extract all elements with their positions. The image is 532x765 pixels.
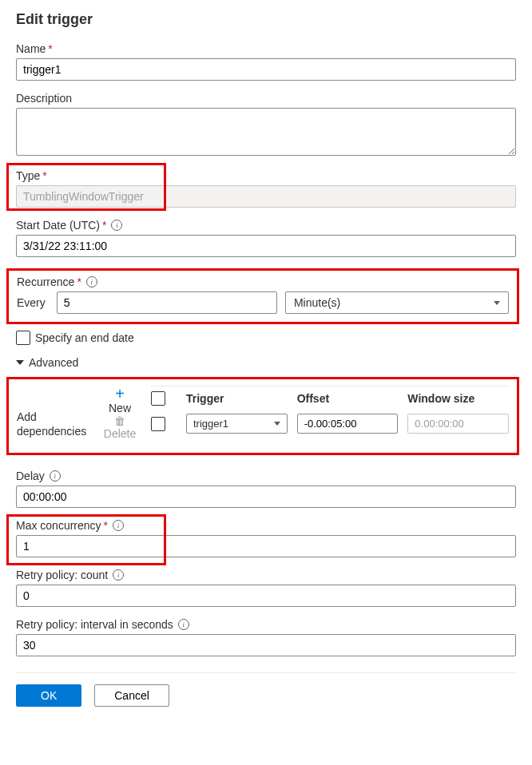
- required-asterisk: *: [104, 519, 108, 532]
- start-date-group: Start Date (UTC)* i: [16, 219, 516, 257]
- required-asterisk: *: [102, 219, 106, 232]
- type-input: TumblingWindowTrigger: [16, 185, 516, 208]
- deps-table-header: Trigger Offset Window size: [151, 391, 509, 406]
- name-label: Name*: [16, 42, 516, 55]
- page-title: Edit trigger: [16, 11, 516, 28]
- plus-icon: +: [115, 386, 125, 402]
- trash-icon: 🗑: [114, 414, 125, 427]
- delay-group: Delay i: [16, 470, 516, 508]
- info-icon[interactable]: i: [113, 520, 124, 531]
- dep-trigger-select[interactable]: trigger1: [186, 414, 288, 434]
- description-group: Description: [16, 92, 516, 158]
- required-asterisk: *: [42, 169, 46, 182]
- description-textarea[interactable]: [16, 108, 516, 156]
- specify-end-label: Specify an end date: [35, 331, 134, 344]
- start-date-label: Start Date (UTC)* i: [16, 219, 516, 232]
- info-icon[interactable]: i: [86, 276, 97, 287]
- retry-count-input[interactable]: [16, 585, 516, 607]
- recurrence-unit-select[interactable]: Minute(s): [285, 291, 509, 314]
- recurrence-label: Recurrence* i: [17, 275, 509, 288]
- info-icon[interactable]: i: [113, 569, 124, 581]
- name-input[interactable]: [16, 58, 516, 81]
- footer: OK Cancel: [16, 672, 516, 707]
- cancel-button[interactable]: Cancel: [94, 684, 169, 707]
- description-label: Description: [16, 92, 516, 105]
- every-label: Every: [17, 296, 46, 309]
- chevron-down-icon: [274, 422, 280, 426]
- table-row: trigger1 0.00:00:00: [151, 414, 509, 434]
- dep-offset-input[interactable]: [297, 414, 399, 434]
- trigger-col-header: Trigger: [186, 392, 288, 405]
- info-icon[interactable]: i: [111, 220, 122, 231]
- delay-input[interactable]: [16, 486, 516, 508]
- specify-end-checkbox[interactable]: [16, 331, 30, 345]
- dep-window-input: 0.00:00:00: [407, 414, 509, 434]
- deps-select-all-checkbox[interactable]: [151, 391, 165, 406]
- delete-dependency-button: Delete: [104, 427, 136, 440]
- max-conc-wrap: Max concurrency* i: [16, 519, 516, 557]
- window-col-header: Window size: [407, 392, 509, 405]
- required-asterisk: *: [48, 42, 52, 55]
- retry-interval-group: Retry policy: interval in seconds i: [16, 618, 516, 656]
- retry-count-label: Retry policy: count i: [16, 569, 516, 581]
- name-group: Name*: [16, 42, 516, 81]
- type-label: Type*: [16, 169, 516, 182]
- ok-button[interactable]: OK: [16, 684, 81, 707]
- recurrence-highlight: Recurrence* i Every Minute(s): [6, 268, 519, 324]
- retry-count-group: Retry policy: count i: [16, 569, 516, 607]
- dep-row-checkbox[interactable]: [151, 417, 165, 431]
- add-dependencies-label: Add dependencies: [17, 386, 89, 442]
- max-conc-group: Max concurrency* i: [16, 519, 516, 557]
- chevron-down-icon: [494, 301, 500, 305]
- recurrence-unit-value: Minute(s): [294, 296, 340, 309]
- start-date-input[interactable]: [16, 235, 516, 257]
- dependencies-highlight: Add dependencies + New 🗑 Delete Trigger …: [6, 377, 519, 455]
- advanced-toggle[interactable]: Advanced: [16, 356, 516, 369]
- delay-label: Delay i: [16, 470, 516, 482]
- max-conc-input[interactable]: [16, 535, 516, 557]
- type-group: Type* TumblingWindowTrigger: [16, 169, 516, 208]
- required-asterisk: *: [77, 275, 81, 288]
- max-conc-label: Max concurrency* i: [16, 519, 516, 532]
- retry-interval-label: Retry policy: interval in seconds i: [16, 618, 516, 631]
- retry-interval-input[interactable]: [16, 634, 516, 656]
- info-icon[interactable]: i: [50, 470, 61, 482]
- recurrence-every-input[interactable]: [57, 291, 277, 314]
- chevron-down-icon: [16, 360, 24, 365]
- specify-end-row: Specify an end date: [16, 331, 516, 345]
- new-dependency-button[interactable]: New: [109, 402, 131, 414]
- offset-col-header: Offset: [297, 392, 399, 405]
- info-icon[interactable]: i: [178, 619, 189, 630]
